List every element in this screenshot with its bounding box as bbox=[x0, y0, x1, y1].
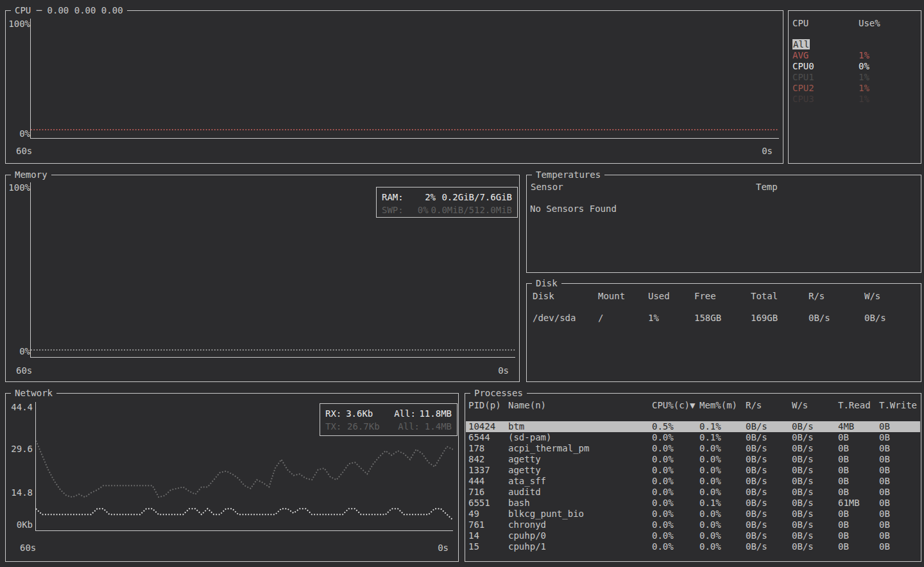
cpu-legend-row[interactable]: AVG1% bbox=[789, 50, 920, 61]
cpu-legend-row[interactable]: CPU31% bbox=[789, 94, 920, 105]
process-cell: (sd-pam) bbox=[508, 432, 551, 443]
process-cell: 0.0% bbox=[699, 443, 721, 454]
process-cell: 0B/s bbox=[746, 541, 767, 552]
process-cell: 0B/s bbox=[792, 509, 814, 519]
cpu-legend-cell: 1% bbox=[859, 83, 869, 94]
disk-header-row: DiskMountUsedFreeTotalR/sW/s bbox=[527, 291, 920, 302]
process-cell: 0B bbox=[838, 454, 849, 465]
process-cell: 0B/s bbox=[792, 498, 814, 509]
disk-header-cell: Total bbox=[751, 291, 778, 302]
process-row[interactable]: 6544(sd-pam)0.0%0.1%0B/s0B/s0B0B bbox=[466, 432, 920, 443]
disk-cell: 0B/s bbox=[809, 313, 830, 324]
rx-value: 3.6Kb bbox=[346, 407, 394, 420]
cpu-usage-chart bbox=[31, 19, 779, 138]
process-cell: 0.0% bbox=[652, 443, 674, 454]
process-cell: 0B bbox=[879, 432, 890, 443]
cpu-legend-header-cell: CPU bbox=[792, 18, 809, 29]
process-row[interactable]: 6551bash0.0%0.1%0B/s0B/s61MB0B bbox=[466, 498, 920, 509]
temperatures-table: SensorTemp bbox=[527, 175, 921, 272]
cpu-legend-cell: CPU2 bbox=[792, 83, 814, 94]
process-cell: 0B/s bbox=[746, 432, 767, 443]
process-cell: 0B/s bbox=[746, 476, 767, 487]
cpu-legend-cell: AVG bbox=[792, 50, 809, 61]
process-cell: 14 bbox=[468, 530, 479, 541]
disk-header-cell: W/s bbox=[864, 291, 880, 302]
process-cell: 0.0% bbox=[652, 465, 674, 476]
memory-panel-title: Memory bbox=[11, 170, 51, 180]
network-y-label-3: 44.4 bbox=[7, 402, 33, 413]
processes-header-cell: Mem%(m) bbox=[699, 400, 737, 411]
process-cell: 0B/s bbox=[746, 519, 767, 530]
process-cell: 0B bbox=[838, 519, 849, 530]
process-cell: 842 bbox=[468, 454, 484, 465]
network-x-axis-right-label: 0s bbox=[438, 543, 449, 554]
swap-label: SWP: bbox=[382, 204, 405, 216]
process-cell: 0B bbox=[879, 465, 890, 476]
process-cell: auditd bbox=[508, 487, 541, 498]
process-cell: 0B/s bbox=[746, 465, 767, 476]
process-cell: 0B/s bbox=[746, 454, 767, 465]
process-row[interactable]: 10424btm0.5%0.1%0B/s0B/s4MB0B bbox=[466, 421, 920, 432]
process-row[interactable]: 15cpuhp/10.0%0.0%0B/s0B/s0B0B bbox=[466, 541, 920, 552]
process-cell: 0B bbox=[879, 421, 890, 432]
process-cell: 0.1% bbox=[699, 432, 721, 443]
cpu-x-axis-left-label: 60s bbox=[16, 146, 32, 157]
process-row[interactable]: 444ata_sff0.0%0.0%0B/s0B/s0B0B bbox=[466, 476, 920, 487]
cpu-legend-cell: 1% bbox=[859, 72, 869, 83]
cpu-legend-row[interactable]: CPU11% bbox=[789, 72, 920, 83]
memory-panel: Memory 100% 0% 60s 0s RAM: 2% 0.2GiB/7.6… bbox=[5, 175, 520, 382]
cpu-legend-row[interactable]: CPU00% bbox=[789, 61, 920, 72]
cpu-legend-row[interactable]: All bbox=[789, 39, 920, 50]
process-cell: 0B/s bbox=[792, 454, 814, 465]
memory-x-axis-right-label: 0s bbox=[498, 365, 509, 376]
process-row[interactable]: 1337agetty0.0%0.0%0B/s0B/s0B0B bbox=[466, 465, 920, 476]
network-y-label-2: 29.6 bbox=[7, 444, 33, 455]
process-cell: 6544 bbox=[468, 432, 490, 443]
process-cell: 0B/s bbox=[746, 421, 767, 432]
disk-row[interactable]: /dev/sda/1%158GB169GB0B/s0B/s bbox=[527, 313, 920, 324]
process-row[interactable]: 716auditd0.0%0.0%0B/s0B/s0B0B bbox=[466, 487, 920, 498]
disk-header-cell: Mount bbox=[598, 291, 625, 302]
process-cell: 0.1% bbox=[699, 498, 721, 509]
process-cell: 4MB bbox=[838, 421, 854, 432]
memory-y-axis-min-label: 0% bbox=[7, 346, 30, 357]
process-cell: 0.0% bbox=[699, 465, 721, 476]
processes-header-cell: T.Write bbox=[879, 400, 917, 411]
process-cell: 0B/s bbox=[792, 421, 814, 432]
process-cell: 0B/s bbox=[792, 487, 814, 498]
process-cell: 49 bbox=[468, 509, 479, 519]
processes-header-cell: R/s bbox=[746, 400, 762, 411]
process-cell: agetty bbox=[508, 465, 541, 476]
process-cell: 61MB bbox=[838, 498, 860, 509]
process-cell: 0B bbox=[838, 476, 849, 487]
temperatures-header-cell: Temp bbox=[756, 182, 778, 193]
process-cell: 0B bbox=[879, 541, 890, 552]
memory-y-axis-max-label: 100% bbox=[7, 182, 30, 193]
process-row[interactable]: 49blkcg_punt_bio0.0%0.0%0B/s0B/s0B0B bbox=[466, 509, 920, 519]
process-row[interactable]: 14cpuhp/00.0%0.0%0B/s0B/s0B0B bbox=[466, 530, 920, 541]
process-row[interactable]: 761chronyd0.0%0.0%0B/s0B/s0B0B bbox=[466, 519, 920, 530]
process-cell: 0.5% bbox=[652, 421, 674, 432]
processes-header-row[interactable]: PID(p)Name(n)CPU%(c)▼Mem%(m)R/sW/sT.Read… bbox=[466, 400, 920, 411]
process-cell: 0B bbox=[838, 432, 849, 443]
processes-header-cell: PID(p) bbox=[468, 400, 501, 411]
process-cell: 0.0% bbox=[652, 498, 674, 509]
disk-panel: Disk DiskMountUsedFreeTotalR/sW/s/dev/sd… bbox=[526, 283, 921, 382]
process-cell: 0B/s bbox=[746, 509, 767, 519]
cpu-graph-panel: CPU ─ 0.00 0.00 0.00 100% 0% 60s 0s bbox=[5, 10, 783, 164]
process-cell: 0B/s bbox=[792, 443, 814, 454]
process-cell: 716 bbox=[468, 487, 484, 498]
disk-header-cell: R/s bbox=[809, 291, 825, 302]
cpu-legend-cell: 1% bbox=[859, 50, 869, 61]
temperatures-panel: Temperatures SensorTemp No Sensors Found bbox=[526, 175, 921, 273]
cpu-legend-row[interactable]: CPU21% bbox=[789, 83, 920, 94]
disk-header-cell: Free bbox=[694, 291, 716, 302]
process-row[interactable]: 178acpi_thermal_pm0.0%0.0%0B/s0B/s0B0B bbox=[466, 443, 920, 454]
cpu-legend-table: CPUUse%AllAVG1%CPU00%CPU11%CPU21%CPU31% bbox=[789, 11, 921, 163]
cpu-graph-plot bbox=[30, 19, 779, 139]
processes-header-cell: Name(n) bbox=[508, 400, 546, 411]
process-cell: 0B bbox=[838, 487, 849, 498]
cpu-legend-panel: CPUUse%AllAVG1%CPU00%CPU11%CPU21%CPU31% bbox=[788, 10, 921, 164]
tx-value: 26.7Kb bbox=[347, 420, 398, 433]
process-row[interactable]: 842agetty0.0%0.0%0B/s0B/s0B0B bbox=[466, 454, 920, 465]
